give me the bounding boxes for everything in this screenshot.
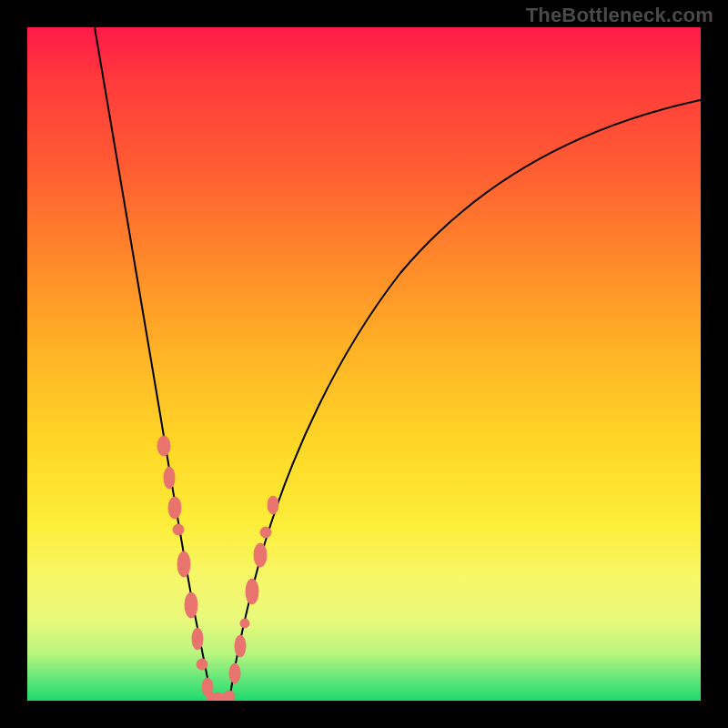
- svg-point-7: [197, 659, 207, 670]
- svg-point-14: [235, 635, 246, 657]
- svg-point-18: [260, 527, 271, 538]
- chart-frame: TheBottleneck.com: [0, 0, 728, 728]
- svg-point-4: [177, 551, 190, 577]
- watermark-text: TheBottleneck.com: [526, 4, 713, 27]
- curve-layer: [27, 27, 701, 701]
- svg-point-0: [157, 436, 170, 456]
- svg-point-5: [185, 592, 197, 618]
- svg-point-6: [192, 628, 203, 650]
- svg-point-15: [240, 619, 249, 628]
- svg-point-3: [173, 524, 184, 535]
- curve-right-branch: [229, 100, 701, 701]
- svg-point-16: [246, 579, 258, 604]
- svg-point-12: [224, 691, 235, 701]
- svg-point-1: [164, 467, 175, 489]
- bead-cluster-left: [157, 436, 217, 701]
- svg-point-19: [268, 496, 278, 514]
- svg-point-13: [229, 663, 240, 683]
- svg-point-2: [168, 497, 181, 519]
- plot-area: [27, 27, 701, 701]
- svg-point-17: [254, 543, 267, 567]
